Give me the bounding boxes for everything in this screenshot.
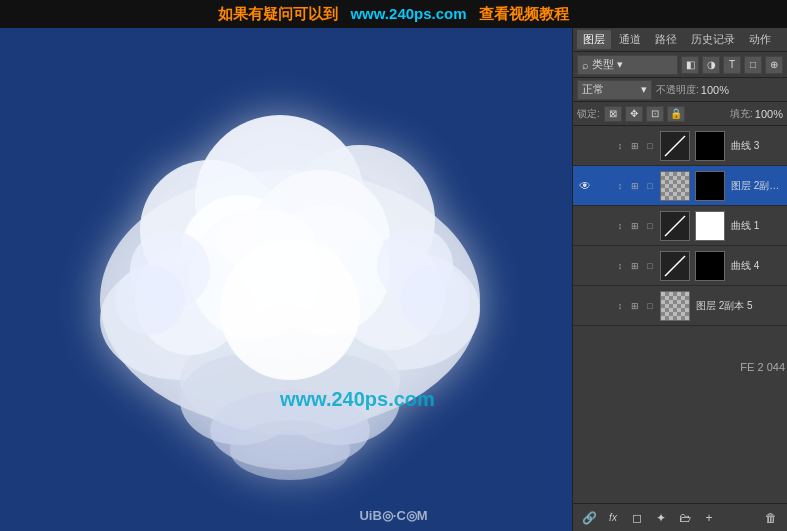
layer-chain-icon: [596, 219, 610, 233]
new-layer-button[interactable]: +: [699, 508, 719, 528]
layer-mask-thumbnail: [695, 131, 725, 161]
lock-artboard-icon[interactable]: ⊡: [646, 106, 664, 122]
canvas-watermark: www.240ps.com: [280, 388, 435, 411]
layer-fx-icon: ⊞: [628, 219, 642, 233]
layer-name: 曲线 4: [731, 259, 783, 273]
lock-fill-row: 锁定: ⊠ ✥ ⊡ 🔒 填充: 100%: [573, 102, 787, 126]
layer-mask-link: □: [643, 299, 657, 313]
layer-thumbnail: [660, 131, 690, 161]
filter-icon-search: ⌕: [582, 59, 589, 71]
layer-type-icons: ↕ ⊞ □: [613, 259, 657, 273]
layer-chain-icon: [596, 259, 610, 273]
svg-point-18: [115, 265, 185, 335]
lock-pixel-icon[interactable]: ⊠: [604, 106, 622, 122]
blend-chevron: ▾: [641, 83, 647, 96]
opacity-row: 不透明度: 100%: [656, 83, 783, 97]
tab-layers[interactable]: 图层: [577, 30, 611, 49]
filter-row: ⌕ 类型 ▾ ◧ ◑ T □ ⊕: [573, 52, 787, 78]
svg-point-23: [260, 240, 340, 280]
opacity-value[interactable]: 100%: [701, 84, 729, 96]
layer-link-icon: ↕: [613, 299, 627, 313]
layer-fx-button[interactable]: fx: [603, 508, 623, 528]
fe-badge: FE 2 044: [740, 361, 785, 373]
layer-chain-icon: [596, 299, 610, 313]
add-mask-button[interactable]: ◻: [627, 508, 647, 528]
filter-pixel-icon[interactable]: ◧: [681, 56, 699, 74]
layers-panel: 图层 通道 路径 历史记录 动作 ⌕ 类型 ▾ ◧ ◑ T □ ⊕ 正常 ▾ 不…: [572, 28, 787, 531]
layer-visibility-toggle[interactable]: ●: [577, 258, 593, 274]
layer-mask-link: □: [643, 179, 657, 193]
cloud-container: [0, 28, 580, 531]
fill-row: 填充: 100%: [730, 107, 783, 121]
opacity-label: 不透明度:: [656, 83, 699, 97]
filter-label: 类型: [592, 57, 614, 72]
layer-visibility-toggle[interactable]: 👁: [577, 178, 593, 194]
delete-layer-button[interactable]: 🗑: [761, 508, 781, 528]
layer-name: 曲线 3: [731, 139, 783, 153]
layer-type-icons: ↕ ⊞ □: [613, 139, 657, 153]
layer-name: 曲线 1: [731, 219, 783, 233]
layer-link-icon: ↕: [613, 139, 627, 153]
layer-thumbnail: [660, 211, 690, 241]
blend-mode-dropdown[interactable]: 正常 ▾: [577, 80, 652, 100]
lock-all-icon[interactable]: 🔒: [667, 106, 685, 122]
filter-icons: ◧ ◑ T □ ⊕: [681, 56, 783, 74]
layer-name: 图层 2副本 2: [731, 179, 783, 193]
tab-history[interactable]: 历史记录: [685, 30, 741, 49]
layer-chain-icon: [596, 139, 610, 153]
tab-paths[interactable]: 路径: [649, 30, 683, 49]
layer-item[interactable]: ● ↕ ⊞ □ 曲线 3: [573, 126, 787, 166]
layer-chain-icon: [596, 179, 610, 193]
banner-part1: 如果有疑问可以到: [218, 5, 338, 22]
banner-text: 如果有疑问可以到 www.240ps.com 查看视频教程: [218, 5, 569, 24]
banner-part2: 查看视频教程: [479, 5, 569, 22]
filter-shape-icon[interactable]: □: [744, 56, 762, 74]
layers-list: ● ↕ ⊞ □ 曲线 3 👁 ↕ ⊞ □: [573, 126, 787, 326]
lock-icons: ⊠ ✥ ⊡ 🔒: [604, 106, 685, 122]
filter-smart-icon[interactable]: ⊕: [765, 56, 783, 74]
filter-dropdown[interactable]: ⌕ 类型 ▾: [577, 55, 678, 75]
layer-item[interactable]: ● ↕ ⊞ □ 曲线 4: [573, 246, 787, 286]
lock-position-icon[interactable]: ✥: [625, 106, 643, 122]
filter-adjust-icon[interactable]: ◑: [702, 56, 720, 74]
filter-chevron: ▾: [617, 58, 623, 71]
layer-fx-icon: ⊞: [628, 179, 642, 193]
layer-mask-thumbnail: [695, 251, 725, 281]
layer-mask-link: □: [643, 139, 657, 153]
layer-mask-link: □: [643, 259, 657, 273]
tab-actions[interactable]: 动作: [743, 30, 777, 49]
svg-point-19: [400, 265, 470, 335]
panel-tabs: 图层 通道 路径 历史记录 动作: [573, 28, 787, 52]
panel-bottom-toolbar: 🔗 fx ◻ ✦ 🗁 + 🗑: [573, 503, 787, 531]
layer-name: 图层 2副本 5: [696, 299, 783, 313]
banner-url: www.240ps.com: [350, 5, 466, 22]
layer-fx-icon: ⊞: [628, 299, 642, 313]
layer-item[interactable]: ● ↕ ⊞ □ 图层 2副本 5: [573, 286, 787, 326]
layer-mask-thumbnail: [695, 171, 725, 201]
adjustment-button[interactable]: ✦: [651, 508, 671, 528]
lock-label: 锁定:: [577, 107, 600, 121]
layer-visibility-toggle[interactable]: ●: [577, 218, 593, 234]
layer-visibility-toggle[interactable]: ●: [577, 138, 593, 154]
layer-type-icons: ↕ ⊞ □: [613, 179, 657, 193]
fill-value[interactable]: 100%: [755, 108, 783, 120]
new-group-button[interactable]: 🗁: [675, 508, 695, 528]
bottom-watermark: UiB◎·C◎M: [359, 508, 427, 523]
layer-fx-icon: ⊞: [628, 259, 642, 273]
layer-item[interactable]: ● ↕ ⊞ □ 曲线 1: [573, 206, 787, 246]
layer-type-icons: ↕ ⊞ □: [613, 219, 657, 233]
link-layers-button[interactable]: 🔗: [579, 508, 599, 528]
layer-thumbnail: [660, 251, 690, 281]
tab-channels[interactable]: 通道: [613, 30, 647, 49]
layer-type-icons: ↕ ⊞ □: [613, 299, 657, 313]
layer-thumbnail: [660, 171, 690, 201]
filter-type-icon[interactable]: T: [723, 56, 741, 74]
layer-link-icon: ↕: [613, 219, 627, 233]
layer-thumbnail: [660, 291, 690, 321]
layer-item[interactable]: 👁 ↕ ⊞ □ 图层 2副本 2: [573, 166, 787, 206]
layer-visibility-toggle[interactable]: ●: [577, 298, 593, 314]
blend-mode-value: 正常: [582, 82, 604, 97]
layer-mask-link: □: [643, 219, 657, 233]
layer-link-icon: ↕: [613, 259, 627, 273]
fill-label: 填充:: [730, 107, 753, 121]
